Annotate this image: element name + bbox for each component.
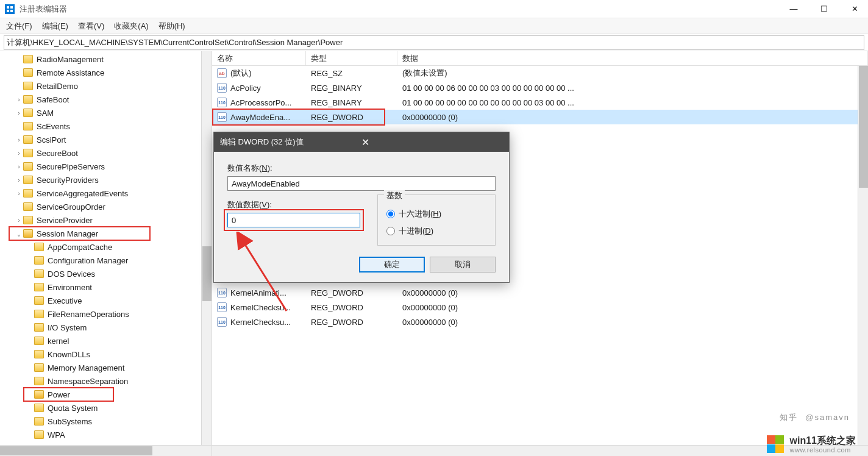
folder-icon [34, 310, 44, 318]
scroll-thumb[interactable] [859, 66, 868, 188]
value-row[interactable]: 110AcProcessorPo...REG_BINARY01 00 00 00… [212, 95, 868, 110]
menu-item[interactable]: 查看(V) [78, 21, 104, 32]
tree-item[interactable]: ›SecurityProviders [0, 173, 212, 187]
tree-item[interactable]: ›ServiceAggregatedEvents [0, 187, 212, 200]
dialog-titlebar[interactable]: 编辑 DWORD (32 位)值 ✕ [214, 132, 509, 152]
folder-icon [34, 350, 44, 358]
tree-twisty-icon[interactable]: › [15, 177, 23, 183]
value-type: REG_DWORD [306, 318, 397, 327]
folder-icon [23, 135, 33, 144]
tree-item[interactable]: RadioManagement [0, 52, 212, 66]
col-type[interactable]: 类型 [306, 51, 397, 65]
tree-twisty-icon[interactable]: › [15, 150, 23, 157]
radio-dec-input[interactable] [386, 227, 395, 235]
tree-twisty-icon[interactable]: › [15, 217, 23, 224]
tree-label: KnownDLLs [48, 350, 90, 359]
col-data[interactable]: 数据 [397, 51, 868, 65]
tree-item[interactable]: DOS Devices [0, 267, 212, 280]
value-data: 0x00000000 (0) [397, 303, 868, 312]
tree-twisty-icon[interactable]: › [15, 137, 23, 143]
folder-icon [23, 82, 33, 90]
value-name-input[interactable] [227, 176, 496, 191]
value-row[interactable]: 110AcPolicyREG_BINARY01 00 00 00 06 00 0… [212, 80, 868, 95]
tree-item[interactable]: NamespaceSeparation [0, 374, 212, 388]
tree-item[interactable]: Executive [0, 294, 212, 307]
tree-item[interactable]: AppCompatCache [0, 240, 212, 254]
tree-twisty-icon[interactable]: › [15, 163, 23, 170]
tree-item[interactable]: WPA [0, 428, 212, 441]
tree-label: ServiceAggregatedEvents [37, 189, 128, 198]
folder-icon [34, 417, 44, 426]
tree-item[interactable]: Memory Management [0, 361, 212, 374]
value-name: (默认) [230, 68, 252, 79]
tree-label: AppCompatCache [48, 243, 112, 252]
radio-dec[interactable]: 十进制(D) [386, 226, 486, 237]
tree-item[interactable]: ›SAM [0, 106, 212, 119]
menu-item[interactable]: 帮助(H) [158, 21, 185, 32]
tree-twisty-icon[interactable]: › [15, 96, 23, 103]
close-button[interactable]: ✕ [846, 4, 863, 13]
tree-label: I/O System [48, 323, 87, 332]
tree-item[interactable]: kernel [0, 334, 212, 347]
value-data-input[interactable] [227, 213, 360, 227]
value-row[interactable]: 110AwayModeEna...REG_DWORD0x00000000 (0) [212, 110, 868, 124]
value-row[interactable]: 110KernelChecksu...REG_DWORD0x00000000 (… [212, 300, 868, 315]
tree-item[interactable]: Configuration Manager [0, 254, 212, 267]
tree-label: SAM [37, 109, 54, 118]
dialog-close-button[interactable]: ✕ [358, 137, 503, 148]
tree-pane[interactable]: RadioManagementRemote AssistanceRetailDe… [0, 51, 212, 445]
tree-item[interactable]: ServiceGroupOrder [0, 200, 212, 213]
tree-label: Session Manager [37, 229, 98, 238]
content-scrollbar[interactable] [858, 66, 868, 445]
tree-scrollbar[interactable] [201, 51, 212, 445]
value-data-label: 数值数据(V): [227, 199, 360, 210]
tree-h-scroll[interactable] [0, 446, 212, 456]
column-headers[interactable]: 名称 类型 数据 [212, 51, 868, 66]
tree-item[interactable]: ›SecureBoot [0, 146, 212, 160]
value-type: REG_SZ [306, 69, 397, 78]
tree-item[interactable]: FileRenameOperations [0, 307, 212, 321]
value-row[interactable]: ab(默认)REG_SZ(数值未设置) [212, 66, 868, 80]
scroll-thumb[interactable] [202, 246, 212, 301]
tree-item[interactable]: ›ServiceProvider [0, 213, 212, 227]
value-row[interactable]: 110KernelAnimati...REG_DWORD0x00000000 (… [212, 285, 868, 300]
tree-item[interactable]: Environment [0, 280, 212, 294]
tree-item[interactable]: I/O System [0, 321, 212, 334]
base-group: 基数 十六进制(H) 十进制(D) [377, 194, 496, 246]
cancel-button[interactable]: 取消 [430, 257, 496, 273]
minimize-button[interactable]: — [785, 4, 802, 13]
tree-label: Remote Assistance [37, 68, 104, 77]
menu-item[interactable]: 收藏夹(A) [114, 21, 148, 32]
tree-item[interactable]: SubSystems [0, 415, 212, 428]
tree-twisty-icon[interactable]: › [15, 190, 23, 197]
menu-item[interactable]: 编辑(E) [42, 21, 68, 32]
tree-item[interactable]: RetailDemo [0, 79, 212, 93]
tree-twisty-icon[interactable]: › [15, 110, 23, 116]
tree-twisty-icon[interactable]: ⌄ [15, 230, 23, 237]
folder-icon [23, 55, 33, 63]
tree-label: FileRenameOperations [48, 310, 129, 319]
tree-item[interactable]: KnownDLLs [0, 347, 212, 361]
maximize-button[interactable]: ☐ [816, 4, 833, 13]
tree-item[interactable]: ›SafeBoot [0, 93, 212, 106]
tree-label: DOS Devices [48, 269, 95, 279]
regedit-icon [5, 4, 15, 14]
tree-item[interactable]: ScEvents [0, 119, 212, 133]
value-data: 01 00 00 00 00 00 00 00 00 00 00 00 03 0… [397, 98, 868, 107]
menu-item[interactable]: 文件(F) [6, 21, 32, 32]
folder-icon [23, 189, 33, 198]
address-path[interactable]: 计算机\HKEY_LOCAL_MACHINE\SYSTEM\CurrentCon… [4, 35, 864, 50]
tree-item[interactable]: ›SecurePipeServers [0, 160, 212, 173]
radio-hex[interactable]: 十六进制(H) [386, 208, 486, 219]
tree-item[interactable]: ⌄Session Manager [0, 227, 212, 240]
tree-label: SafeBoot [37, 95, 69, 104]
tree-item[interactable]: Power [0, 388, 212, 401]
tree-item[interactable]: Quota System [0, 401, 212, 415]
folder-icon [34, 243, 44, 251]
radio-hex-input[interactable] [386, 210, 395, 218]
tree-item[interactable]: Remote Assistance [0, 66, 212, 79]
tree-item[interactable]: ›ScsiPort [0, 133, 212, 146]
value-row[interactable]: 110KernelChecksu...REG_DWORD0x00000000 (… [212, 315, 868, 329]
ok-button[interactable]: 确定 [359, 257, 425, 273]
col-name[interactable]: 名称 [212, 51, 306, 65]
